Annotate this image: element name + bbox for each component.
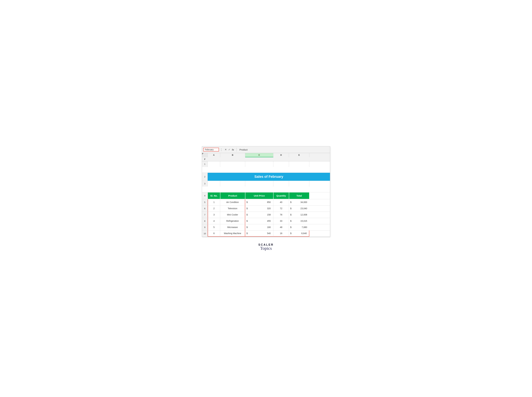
sales-banner: Sales of February (208, 173, 330, 181)
cell-sl[interactable]: 5 (208, 224, 220, 230)
cell-3-a[interactable] (208, 181, 220, 186)
data-row-3: 7 3 Mini Cooler $ 158 76 $ 12,008 (202, 212, 330, 218)
data-row-6: 10 6 Washing Machine $ 540 16 $ 8,640 (202, 230, 330, 237)
rows-container: 1 2 Sales of February 3 4 Sl. No. (202, 161, 330, 237)
col-header-e[interactable]: E (289, 153, 309, 157)
cell-3-b[interactable] (220, 181, 245, 186)
row-num: 5 (202, 199, 208, 205)
fx-icon: fx (232, 148, 234, 151)
scaler-subtitle: Topics (258, 246, 274, 251)
cell-qty[interactable]: 16 (273, 230, 289, 237)
cell-qty[interactable]: 76 (273, 212, 289, 218)
cell-3-f[interactable] (202, 186, 208, 192)
cell-1-a[interactable] (208, 161, 220, 167)
cell-qty[interactable]: 33 (273, 218, 289, 224)
cell-sl[interactable]: 2 (208, 205, 220, 211)
data-row-2: 6 2 Television $ 320 72 $ 23,040 (202, 205, 330, 212)
row-num: 6 (202, 205, 208, 211)
col-header-b[interactable]: B (220, 153, 245, 157)
cell-1-d[interactable] (273, 161, 289, 167)
data-rows: 5 1 Air Condition $ 850 40 $ 34,000 6 2 … (202, 199, 330, 237)
cell-price[interactable]: $ 160 (245, 224, 273, 230)
cell-sl[interactable]: 3 (208, 212, 220, 218)
header-sl: Sl. No. (208, 192, 220, 199)
header-unit-price: Unit Price (245, 192, 273, 199)
col-header-f[interactable]: F (202, 157, 208, 161)
cell-price[interactable]: $ 158 (245, 212, 273, 218)
name-box[interactable]: February (203, 148, 219, 151)
cell-1-c[interactable] (245, 161, 273, 167)
cell-3-d[interactable] (273, 181, 289, 186)
cell-qty[interactable]: 48 (273, 224, 289, 230)
cell-sl[interactable]: 4 (208, 218, 220, 224)
spreadsheet: February ⋮ ✕ ✓ fx Product A B C D E F 1 (202, 146, 330, 237)
data-row-5: 9 5 Microwave $ 160 48 $ 7,680 (202, 224, 330, 230)
row-num-3: 3 (202, 181, 208, 186)
cell-total[interactable]: $ 12,008 (289, 212, 309, 218)
cell-3-e[interactable] (289, 181, 309, 186)
header-product: Product (220, 192, 245, 199)
cell-price[interactable]: $ 320 (245, 205, 273, 211)
cell-total[interactable]: $ 23,040 (289, 205, 309, 211)
formula-content[interactable]: Product (238, 148, 329, 151)
row-num: 7 (202, 212, 208, 218)
confirm-icon[interactable]: ✓ (228, 148, 230, 151)
formula-bar: February ⋮ ✕ ✓ fx Product (202, 146, 330, 153)
col-header-a[interactable]: A (208, 153, 220, 157)
cell-total[interactable]: $ 8,640 (289, 230, 309, 237)
formula-separator (236, 148, 237, 151)
row-2: 2 Sales of February (202, 173, 330, 181)
header-quantity: Quantity (273, 192, 289, 199)
cell-total[interactable]: $ 34,000 (289, 199, 309, 205)
cell-price[interactable]: $ 455 (245, 218, 273, 224)
row-num: 9 (202, 224, 208, 230)
row-num: 10 (202, 230, 208, 237)
col-header-d[interactable]: D (273, 153, 289, 157)
cell-1-b[interactable] (220, 161, 245, 167)
cell-price[interactable]: $ 540 (245, 230, 273, 237)
col-header-c[interactable]: C (245, 153, 273, 157)
cell-product[interactable]: Mini Cooler (220, 212, 245, 218)
row-num-1: 1 (202, 161, 208, 167)
cell-3-c[interactable] (245, 181, 273, 186)
cell-1-f[interactable] (202, 167, 208, 173)
row-4-header: 4 Sl. No. Product Unit Price Quantity To… (202, 192, 330, 199)
cell-price[interactable]: $ 850 (245, 199, 273, 205)
dots-icon: ⋮ (220, 148, 223, 151)
corner-header (202, 153, 208, 157)
cell-product[interactable]: Microwave (220, 224, 245, 230)
cell-qty[interactable]: 40 (273, 199, 289, 205)
data-row-4: 8 4 Refrigeration $ 455 33 $ 15,015 (202, 218, 330, 224)
row-3: 3 (202, 181, 330, 192)
data-row-1: 5 1 Air Condition $ 850 40 $ 34,000 (202, 199, 330, 205)
row-1: 1 (202, 161, 330, 173)
row-num-4: 4 (202, 192, 208, 199)
cell-qty[interactable]: 72 (273, 205, 289, 211)
cell-sl[interactable]: 1 (208, 199, 220, 205)
cell-total[interactable]: $ 7,680 (289, 224, 309, 230)
cell-product[interactable]: Television (220, 205, 245, 211)
cell-total[interactable]: $ 15,015 (289, 218, 309, 224)
formula-bar-icons: ✕ ✓ fx (224, 148, 235, 151)
row-num: 8 (202, 218, 208, 224)
cell-1-e[interactable] (289, 161, 309, 167)
cell-product[interactable]: Refrigeration (220, 218, 245, 224)
cell-product[interactable]: Washing Machine (220, 230, 245, 237)
column-headers: A B C D E F (202, 153, 330, 161)
cell-product[interactable]: Air Condition (220, 199, 245, 205)
cell-sl[interactable]: 6 (208, 230, 220, 237)
cancel-icon[interactable]: ✕ (225, 148, 227, 151)
row-num-2: 2 (202, 173, 208, 181)
branding: SCALER Topics (258, 243, 274, 251)
header-total: Total (289, 192, 309, 199)
